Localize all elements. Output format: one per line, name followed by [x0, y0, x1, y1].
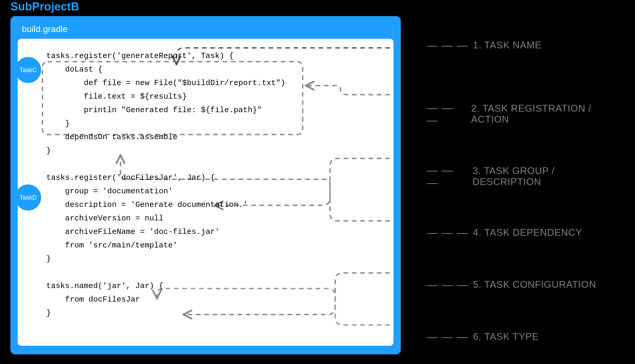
code-line: from 'src/main/template' [46, 241, 177, 250]
code-card: TaskC TaskD tasks.register('generateRepo… [18, 39, 393, 346]
code-line: def file = new File("$buildDir/report.tx… [46, 79, 285, 87]
dash-leader: — — — [427, 101, 466, 126]
annotation-1: — — — 1. TASK NAME [427, 39, 542, 52]
diagram-stage: SubProjectB build.gradle TaskC TaskD tas… [0, 0, 635, 364]
annotation-4-text: 4. TASK DEPENDENCY [473, 227, 582, 238]
dash-leader: — — — [427, 226, 468, 239]
task-pill-d: TaskD [15, 184, 41, 210]
annotation-6-text: 6. TASK TYPE [473, 331, 539, 342]
annotation-2-text: 2. TASK REGISTRATION / ACTION [471, 103, 625, 125]
code-line: } [46, 309, 51, 317]
project-title: SubProjectB [10, 0, 79, 13]
code-line: from docFilesJar [46, 295, 140, 304]
code-line: archiveVersion = null [46, 214, 163, 223]
dash-leader: — — — [427, 330, 468, 343]
file-panel: build.gradle TaskC TaskD tasks.register(… [10, 16, 401, 354]
code-line: tasks.named('jar', Jar) { [46, 282, 163, 290]
code-line: println "Generated file: ${file.path}" [46, 106, 262, 114]
task-pill-d-label: TaskD [20, 194, 37, 201]
code-line: tasks.register('docFilesJar', Jar) { [46, 173, 215, 182]
code-line: dependsOn tasks.assemble [46, 133, 177, 142]
task-pill-c: TaskC [15, 57, 41, 83]
code-line: archiveFileName = 'doc-files.jar' [46, 227, 220, 236]
code-line: group = 'documentation' [46, 187, 173, 196]
file-name: build.gradle [18, 21, 393, 39]
code-line: doLast { [46, 65, 103, 74]
code-line: } [46, 146, 51, 155]
dash-leader: — — — [427, 278, 468, 291]
code-line: } [46, 119, 70, 128]
code-line: } [46, 254, 51, 263]
annotation-3-text: 3. TASK GROUP / DESCRIPTION [473, 165, 625, 187]
code-line: description = 'Generate documentation.' [46, 200, 248, 209]
annotation-5-text: 5. TASK CONFIGURATION [473, 279, 596, 290]
code-line: file.text = ${results} [46, 92, 187, 101]
task-pill-c-label: TaskC [20, 66, 37, 74]
annotation-3: — — — 3. TASK GROUP / DESCRIPTION [427, 164, 625, 189]
annotation-4: — — — 4. TASK DEPENDENCY [427, 226, 582, 239]
code-block: tasks.register('generateReport', Task) {… [46, 49, 386, 320]
annotation-5: — — — 5. TASK CONFIGURATION [427, 278, 596, 291]
annotation-6: — — — 6. TASK TYPE [427, 330, 539, 343]
dash-leader: — — — [427, 164, 468, 189]
code-line: tasks.register('generateReport', Task) { [46, 52, 234, 60]
annotation-1-text: 1. TASK NAME [473, 40, 542, 51]
annotation-2: — — — 2. TASK REGISTRATION / ACTION [427, 101, 625, 126]
dash-leader: — — — [427, 39, 468, 52]
